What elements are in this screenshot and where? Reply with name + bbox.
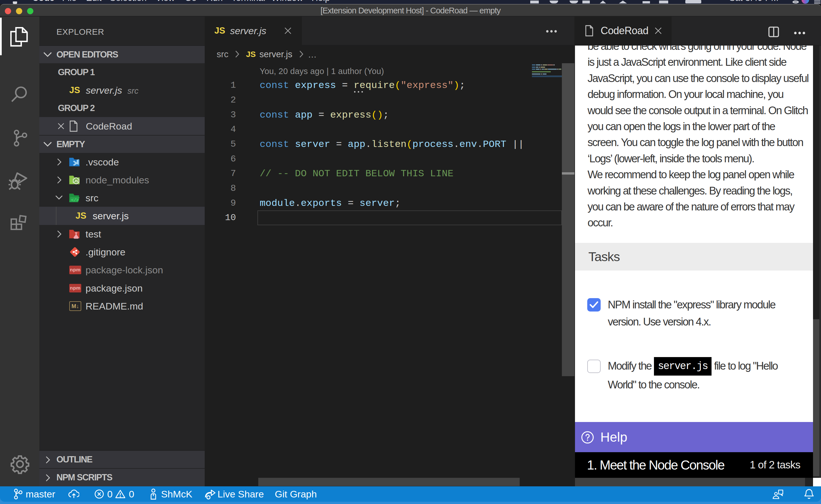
svg-text:JS: JS	[74, 179, 78, 183]
svg-text:</>: </>	[71, 198, 79, 203]
